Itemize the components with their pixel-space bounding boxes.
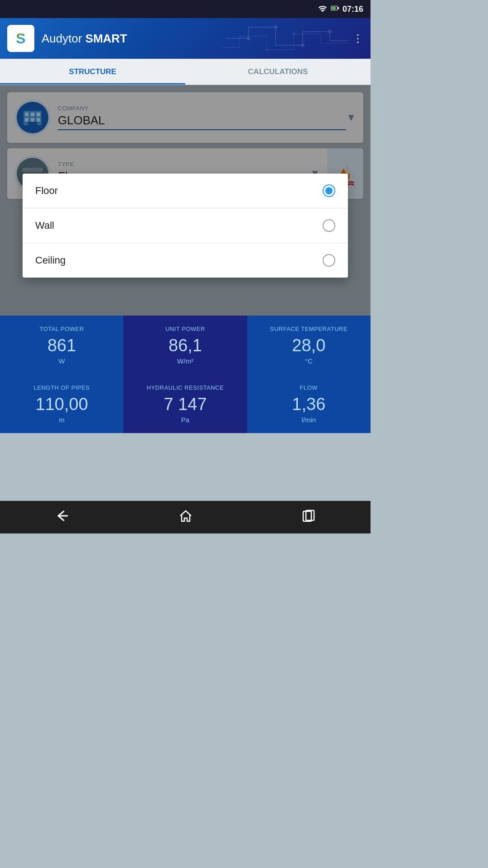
- option-floor[interactable]: Floor: [23, 174, 348, 208]
- app-name-bold: SMART: [85, 32, 127, 45]
- stat-flow-unit: l/min: [301, 416, 316, 424]
- stat-length-pipes-value: 110,00: [36, 395, 88, 414]
- main-content: COMPANY GLOBAL ▼ TYPE Floor ▼: [0, 85, 371, 316]
- home-button[interactable]: [169, 505, 202, 529]
- svg-point-8: [265, 48, 268, 51]
- stat-hydraulic-value: 7 147: [164, 395, 206, 414]
- svg-rect-2: [331, 7, 336, 9]
- stat-length-pipes-label: LENGTH OF PIPES: [34, 384, 90, 391]
- battery-icon: [331, 5, 339, 14]
- status-icons: 07:16: [318, 5, 363, 14]
- stat-length-pipes: LENGTH OF PIPES 110,00 m: [0, 374, 123, 433]
- stat-unit-power: UNIT POWER 86,1 W/m²: [123, 316, 247, 374]
- stats-bar: TOTAL POWER 861 W UNIT POWER 86,1 W/m² S…: [0, 316, 371, 433]
- status-time: 07:16: [343, 5, 363, 14]
- type-dropdown-modal: Floor Wall Ceiling: [23, 174, 348, 278]
- app-header: S Audytor SMART ⋮: [0, 18, 371, 59]
- svg-point-0: [322, 11, 324, 12]
- svg-point-7: [328, 30, 332, 33]
- option-wall-label: Wall: [35, 220, 54, 231]
- stat-surface-temp-unit: °C: [305, 357, 313, 365]
- tab-calculations-label: CALCULATIONS: [248, 67, 308, 76]
- stat-hydraulic-label: HYDRAULIC RESISTANCE: [147, 384, 224, 391]
- wifi-icon: [318, 5, 327, 14]
- stat-unit-power-label: UNIT POWER: [165, 326, 205, 332]
- tab-calculations[interactable]: CALCULATIONS: [185, 59, 371, 85]
- svg-rect-3: [338, 7, 339, 9]
- status-bar: 07:16: [0, 0, 371, 18]
- tab-bar: STRUCTURE CALCULATIONS: [0, 59, 371, 85]
- back-button[interactable]: [46, 506, 78, 529]
- stat-total-power-unit: W: [59, 357, 65, 365]
- stat-unit-power-value: 86,1: [169, 336, 202, 355]
- stat-surface-temp-label: SURFACE TEMPERATURE: [270, 326, 348, 332]
- svg-point-4: [247, 37, 250, 40]
- stat-surface-temp: SURFACE TEMPERATURE 28,0 °C: [247, 316, 371, 374]
- stat-unit-power-unit: W/m²: [177, 357, 193, 365]
- option-ceiling-label: Ceiling: [35, 255, 66, 266]
- radio-ceiling[interactable]: [323, 254, 335, 267]
- option-floor-label: Floor: [35, 185, 58, 197]
- header-decoration: [221, 18, 348, 59]
- stat-total-power-label: TOTAL POWER: [39, 326, 84, 332]
- radio-wall[interactable]: [323, 219, 335, 232]
- svg-point-5: [274, 25, 277, 29]
- stat-flow-label: FLOW: [300, 384, 318, 391]
- stat-total-power-value: 861: [47, 336, 76, 355]
- tab-structure[interactable]: STRUCTURE: [0, 59, 185, 85]
- more-options-icon[interactable]: ⋮: [352, 32, 363, 45]
- stat-flow: FLOW 1,36 l/min: [247, 374, 371, 433]
- svg-point-9: [292, 33, 295, 35]
- app-title: Audytor SMART: [42, 32, 127, 46]
- app-name-regular: Audytor: [42, 32, 85, 45]
- radio-floor-inner: [325, 187, 333, 194]
- radio-floor[interactable]: [323, 184, 335, 197]
- app-logo: S: [7, 25, 34, 52]
- stat-hydraulic-unit: Pa: [181, 416, 189, 424]
- stat-hydraulic-resistance: HYDRAULIC RESISTANCE 7 147 Pa: [123, 374, 247, 433]
- stat-total-power: TOTAL POWER 861 W: [0, 316, 123, 374]
- option-wall[interactable]: Wall: [23, 208, 348, 243]
- stat-surface-temp-value: 28,0: [292, 336, 325, 355]
- nav-bar: [0, 501, 371, 533]
- logo-letter: S: [16, 30, 25, 47]
- recent-button[interactable]: [293, 506, 325, 529]
- svg-point-6: [301, 43, 305, 47]
- svg-rect-24: [303, 511, 311, 521]
- stat-length-pipes-unit: m: [59, 416, 65, 424]
- stat-flow-value: 1,36: [292, 395, 325, 414]
- option-ceiling[interactable]: Ceiling: [23, 243, 348, 278]
- tab-structure-label: STRUCTURE: [69, 67, 117, 76]
- svg-rect-25: [306, 510, 314, 520]
